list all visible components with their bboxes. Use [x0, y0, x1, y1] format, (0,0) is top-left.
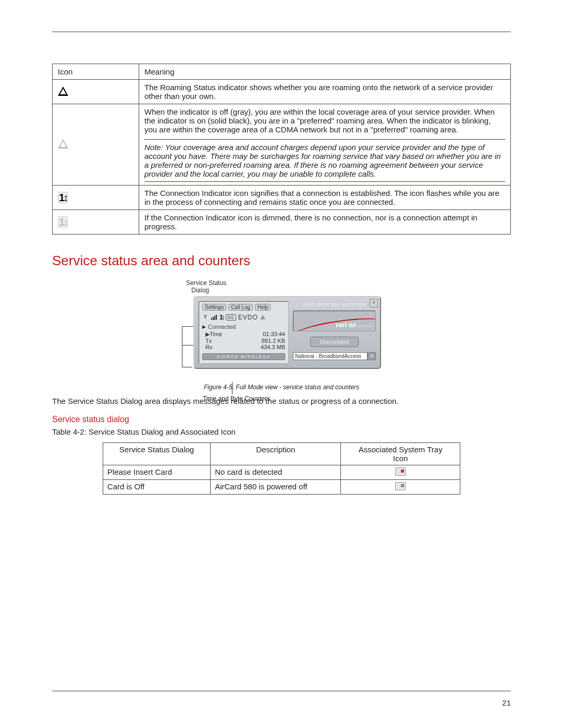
top-rule — [52, 31, 511, 32]
body-text: The Service Status Dialog area displays … — [52, 397, 511, 405]
table-row: Please Insert Card No card is detected — [103, 465, 460, 480]
figure-caption: Figure 4-5: Full Mode view - service sta… — [182, 384, 381, 391]
stats-grid: ▶Time 01:33:44 Tx 891.2 KB Rx 434.3 MB — [205, 331, 285, 350]
figure-top-label: Service Status Dialog — [186, 279, 381, 294]
desc-cell: No card is detected — [211, 465, 341, 480]
page-number: 21 — [502, 698, 511, 707]
tx-label: Tx — [205, 338, 237, 344]
figure-bottom-leader: Time and Byte Counters — [203, 395, 270, 402]
watcher-left-pane: Settings Call Log Help Ｙ 1↕ 3G EVDO — [199, 301, 289, 364]
national-row: National - BroadbandAccess ▾ — [293, 352, 376, 360]
dialog-cell: Please Insert Card — [103, 465, 210, 480]
meaning-cell: The Roaming Status indicator shows wheth… — [139, 80, 511, 104]
tray-card-off-icon — [395, 482, 406, 490]
col-header-description: Description — [211, 443, 341, 465]
three-g-badge: 3G — [226, 314, 236, 320]
icon-meaning-table: Icon Meaning The Roaming Status indicato… — [52, 64, 511, 235]
roaming-triangle-solid-icon — [58, 87, 68, 96]
leader-line — [232, 382, 232, 394]
evdo-label: EVDO — [238, 314, 258, 321]
figure-top-label-1: Service Status — [186, 279, 381, 287]
figure-wrap: Service Status Dialog Time and Byte Coun… — [52, 279, 511, 391]
bottom-rule — [52, 690, 511, 692]
status-icons-row: Ｙ 1↕ 3G EVDO — [202, 313, 285, 322]
time-label: ▶Time — [205, 331, 237, 338]
table-row: Card is Off AirCard 580 is powered off — [103, 480, 460, 495]
watcher-window: × Settings Call Log Help Ｙ 1↕ 3G EVDO — [193, 296, 381, 369]
arrow-right-icon: ▶ — [202, 324, 206, 329]
meaning-cell: If the Connection Indicator icon is dimm… — [139, 210, 511, 235]
connected-label: Connected — [208, 324, 236, 330]
connection-indicator-icon: 1↕ — [219, 314, 224, 321]
col-header-meaning: Meaning — [139, 64, 511, 80]
figure-top-label-2: Dialog — [191, 287, 381, 294]
watcher-button-row: Settings Call Log Help — [202, 304, 285, 311]
table-row: 1↕ If the Connection Indicator icon is d… — [53, 210, 511, 235]
rx-label: Rx — [205, 344, 237, 350]
table-row: When the indicator is off (gray), you ar… — [53, 104, 511, 186]
table-label: Table 4-2: Service Status Dialog and Ass… — [52, 427, 511, 436]
connection-indicator-dim-icon: 1↕ — [58, 216, 68, 228]
time-value: 01:33:44 — [246, 331, 285, 338]
col-header-dialog: Service Status Dialog — [103, 443, 210, 465]
sierra-brand-bar: SIERRA WIRELESS — [202, 353, 285, 360]
meaning-cell: When the indicator is off (gray), you ar… — [139, 104, 511, 186]
close-icon[interactable]: × — [370, 299, 378, 307]
tx-value: 891.2 KB — [246, 338, 285, 344]
desc-cell: AirCard 580 is powered off — [211, 480, 341, 495]
antenna-icon: Ｙ — [202, 313, 209, 322]
settings-button[interactable]: Settings — [202, 304, 226, 311]
table-row: The Roaming Status indicator shows wheth… — [53, 80, 511, 104]
table-row: 1↕ The Connection Indicator icon signifi… — [53, 186, 511, 210]
col-header-icon: Icon — [53, 64, 139, 80]
section-heading: Service status area and counters — [52, 253, 511, 269]
page: Icon Meaning The Roaming Status indicato… — [0, 0, 563, 728]
rx-value: 434.3 MB — [246, 344, 285, 350]
sub-heading: Service status dialog — [52, 415, 511, 424]
leader-line — [182, 345, 193, 346]
meaning-text: When the indicator is off (gray), you ar… — [144, 107, 505, 134]
leader-line — [182, 367, 192, 367]
col-header-tray-icon: Associated System Tray Icon — [341, 443, 460, 465]
national-access-field: National - BroadbandAccess — [293, 352, 368, 360]
tray-no-card-icon — [395, 467, 406, 476]
dialog-cell: Card is Off — [103, 480, 210, 495]
connection-indicator-icon: 1↕ — [58, 192, 68, 203]
figure-leader-box: Time and Byte Counters × Settings Call L… — [182, 296, 381, 369]
meaning-cell: The Connection Indicator icon signifies … — [139, 186, 511, 210]
watcher-title: AIRCARD® 580 WATCHER — [293, 302, 376, 307]
call-log-button[interactable]: Call Log — [228, 304, 253, 311]
meaning-note: Note: Your coverage area and account cha… — [144, 139, 505, 182]
verizon-logo: veri onwireless — [293, 311, 376, 331]
signal-bars-icon — [211, 315, 217, 320]
service-status-dialog-table: Service Status Dialog Description Associ… — [103, 442, 460, 495]
figure: Service Status Dialog Time and Byte Coun… — [182, 279, 381, 391]
verizon-logo-text: veri onwireless — [336, 322, 372, 329]
leader-line — [182, 326, 182, 367]
disconnect-button[interactable]: Disconnect — [310, 337, 358, 347]
watcher-right-pane: AIRCARD® 580 WATCHER veri onwireless Dis… — [293, 301, 376, 364]
help-button[interactable]: Help — [255, 304, 271, 311]
dropdown-icon[interactable]: ▾ — [368, 352, 376, 360]
connected-row: ▶ Connected — [202, 324, 285, 330]
roaming-triangle-dim-icon — [58, 139, 68, 149]
roaming-triangle-dim-icon — [260, 315, 265, 319]
